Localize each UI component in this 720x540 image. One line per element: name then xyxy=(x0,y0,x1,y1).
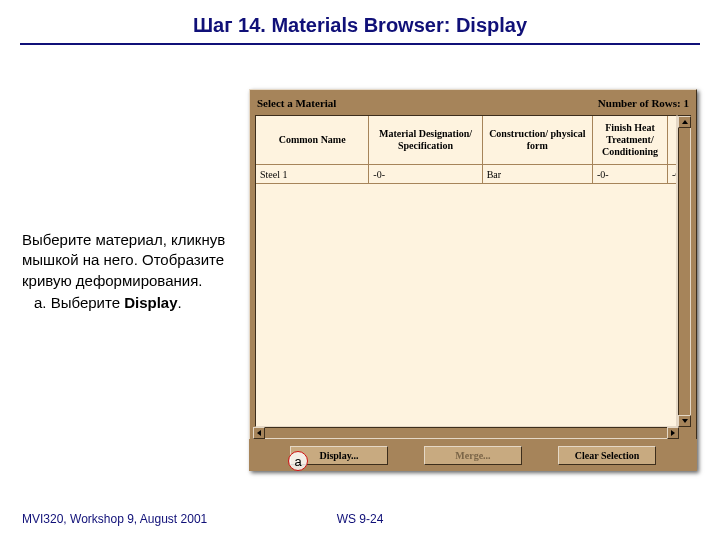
scroll-left-button[interactable] xyxy=(253,427,265,439)
chevron-down-icon xyxy=(682,419,688,423)
table-row[interactable]: Steel 1 -0- Bar -0- -C xyxy=(256,165,676,184)
scrollbar-corner xyxy=(679,427,693,439)
window-inner: Select a Material Number of Rows: 1 Comm… xyxy=(253,93,693,427)
horizontal-scrollbar-row xyxy=(253,427,693,439)
page-title: Шаг 14. Materials Browser: Display xyxy=(0,14,720,37)
chevron-left-icon xyxy=(257,430,261,436)
row-count-label: Number of Rows: 1 xyxy=(598,97,689,109)
sub-a-suffix: . xyxy=(178,294,182,311)
table-area: Common Name Material Designation/ Specif… xyxy=(255,115,691,427)
hscroll-track[interactable] xyxy=(265,427,667,439)
slide-footer: MVI320, Workshop 9, August 2001 WS 9-24 xyxy=(0,512,720,526)
svg-marker-3 xyxy=(671,430,675,436)
scroll-right-button[interactable] xyxy=(667,427,679,439)
cell-finish: -0- xyxy=(593,165,668,183)
svg-marker-0 xyxy=(682,120,688,124)
vertical-scrollbar[interactable] xyxy=(677,115,691,427)
instructions-main: Выберите материал, кликнув мышкой на нег… xyxy=(22,231,225,289)
cell-common-name: Steel 1 xyxy=(256,165,369,183)
dialog-header: Select a Material Number of Rows: 1 xyxy=(253,93,693,113)
instructions-block: Выберите материал, кликнув мышкой на нег… xyxy=(22,230,237,313)
chevron-right-icon xyxy=(671,430,675,436)
cell-construction: Bar xyxy=(483,165,593,183)
callout-a-marker: a xyxy=(288,451,308,471)
title-divider xyxy=(20,43,700,45)
col-extra xyxy=(668,116,676,164)
vscroll-track[interactable] xyxy=(678,128,691,415)
materials-browser-window: Select a Material Number of Rows: 1 Comm… xyxy=(249,89,697,471)
merge-button: Merge... xyxy=(424,446,522,465)
sub-a-display-word: Display xyxy=(124,294,177,311)
svg-marker-1 xyxy=(682,419,688,423)
instructions-sub-a: a. Выберите Display. xyxy=(34,293,237,313)
chevron-up-icon xyxy=(682,120,688,124)
cell-extra: -C xyxy=(668,165,676,183)
dialog-button-row: Display... Merge... Clear Selection xyxy=(249,439,697,471)
scroll-up-button[interactable] xyxy=(678,116,691,128)
svg-marker-2 xyxy=(257,430,261,436)
column-header-row: Common Name Material Designation/ Specif… xyxy=(256,116,676,165)
cell-designation: -0- xyxy=(369,165,482,183)
table-empty-area xyxy=(256,184,676,426)
col-common-name[interactable]: Common Name xyxy=(256,116,369,164)
col-finish[interactable]: Finish Heat Treatment/ Conditioning xyxy=(593,116,668,164)
clear-selection-button[interactable]: Clear Selection xyxy=(558,446,656,465)
scroll-down-button[interactable] xyxy=(678,415,691,427)
col-designation[interactable]: Material Designation/ Specification xyxy=(369,116,482,164)
dialog-title: Select a Material xyxy=(257,97,336,109)
col-construction[interactable]: Construction/ physical form xyxy=(483,116,593,164)
materials-table: Common Name Material Designation/ Specif… xyxy=(255,115,677,427)
horizontal-scrollbar[interactable] xyxy=(253,427,679,439)
sub-a-prefix: a. Выберите xyxy=(34,294,124,311)
footer-left: MVI320, Workshop 9, August 2001 xyxy=(22,512,207,526)
